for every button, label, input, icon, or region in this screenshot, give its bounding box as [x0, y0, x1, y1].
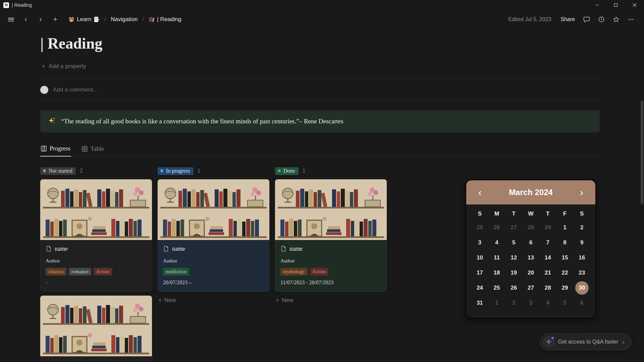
- page-title[interactable]: | Reading: [40, 34, 600, 54]
- add-property-button[interactable]: + Add a property: [40, 62, 88, 71]
- calendar-day-4-adjacent[interactable]: 4: [539, 295, 556, 310]
- calendar-day-7[interactable]: 7: [539, 235, 556, 250]
- calendar-day-24[interactable]: 24: [471, 280, 488, 295]
- status-badge[interactable]: In progress: [158, 167, 194, 175]
- tag-fiction[interactable]: fiction: [94, 268, 112, 276]
- calendar-day-29-adjacent[interactable]: 29: [539, 220, 556, 235]
- tag-classics[interactable]: classics: [46, 268, 66, 276]
- calendar-day-25[interactable]: 25: [488, 280, 505, 295]
- tab-progress[interactable]: Progress: [40, 143, 71, 157]
- calendar-day-27-adjacent[interactable]: 27: [505, 220, 522, 235]
- calendar-day-26[interactable]: 26: [505, 280, 522, 295]
- calendar-day-12[interactable]: 12: [505, 250, 522, 265]
- calendar-day-27[interactable]: 27: [522, 280, 539, 295]
- calendar-day-13[interactable]: 13: [522, 250, 539, 265]
- calendar-day-14[interactable]: 14: [539, 250, 556, 265]
- calendar-day-30[interactable]: 30: [573, 280, 590, 295]
- new-card-button[interactable]: + New: [275, 296, 294, 305]
- calendar-day-23[interactable]: 23: [573, 265, 590, 280]
- calendar-day-4[interactable]: 4: [488, 235, 505, 250]
- tag-romance[interactable]: romance: [69, 268, 92, 276]
- calendar-prev-button[interactable]: ‹: [475, 187, 485, 197]
- favorite-button[interactable]: [610, 14, 622, 25]
- column-header[interactable]: In progress 1: [158, 167, 269, 175]
- calendar-day-15[interactable]: 15: [556, 250, 574, 265]
- add-comment-input[interactable]: Add a comment...: [53, 86, 98, 93]
- book-card[interactable]: name Author mythologyfiction 11/07/2023 …: [275, 179, 387, 292]
- calendar-day-10[interactable]: 10: [471, 250, 488, 265]
- card-name: name: [289, 245, 303, 252]
- calendar-day-1-adjacent[interactable]: 1: [488, 295, 505, 310]
- calendar-day-11[interactable]: 11: [488, 250, 505, 265]
- calendar-day-20[interactable]: 20: [522, 265, 539, 280]
- calendar-day-29[interactable]: 29: [556, 280, 574, 295]
- calendar-day-19[interactable]: 19: [505, 265, 522, 280]
- column-header[interactable]: Not started 2: [40, 167, 152, 175]
- calendar-day-8[interactable]: 8: [556, 235, 574, 250]
- calendar-day-26-adjacent[interactable]: 26: [488, 220, 505, 235]
- calendar-day-18[interactable]: 18: [488, 265, 505, 280]
- close-button[interactable]: [625, 0, 644, 10]
- calendar-day-21[interactable]: 21: [539, 265, 556, 280]
- tag-nonfiction[interactable]: nonfiction: [163, 268, 189, 276]
- calendar-day-1[interactable]: 1: [556, 220, 574, 235]
- calendar-day-2-adjacent[interactable]: 2: [505, 295, 522, 310]
- calendar-day-9[interactable]: 9: [573, 235, 590, 250]
- book-card[interactable]: name Author nonfiction 20/07/2023 –: [158, 179, 269, 292]
- calendar-day-31[interactable]: 31: [471, 295, 488, 310]
- calendar-day-28-adjacent[interactable]: 28: [522, 220, 539, 235]
- column-count: 2: [80, 168, 83, 174]
- tab-table[interactable]: Table: [81, 143, 105, 156]
- tag-fiction[interactable]: fiction: [310, 268, 328, 276]
- titlebar: N | Reading: [0, 0, 644, 10]
- minimize-button[interactable]: [588, 0, 606, 10]
- calendar-day-2[interactable]: 2: [573, 220, 590, 235]
- share-button[interactable]: Share: [558, 15, 578, 24]
- calendar-day-3-adjacent[interactable]: 3: [522, 295, 539, 310]
- quote-callout[interactable]: “The reading of all good books is like a…: [40, 110, 600, 132]
- tab-label: Table: [91, 145, 104, 153]
- qa-banner[interactable]: Get access to Q&A faster ›: [540, 334, 632, 350]
- table-view-icon: [82, 146, 88, 152]
- tag-mythology[interactable]: mythology: [280, 268, 308, 276]
- calendar-day-5-adjacent[interactable]: 5: [556, 295, 574, 310]
- card-name: name: [55, 245, 68, 252]
- status-badge[interactable]: Done: [275, 167, 299, 175]
- book-card[interactable]: [40, 296, 152, 362]
- calendar-day-6[interactable]: 6: [522, 235, 539, 250]
- column-header[interactable]: Done 1: [275, 167, 387, 175]
- new-card-button[interactable]: + New: [158, 296, 176, 305]
- column-done: Done 1 name Author mythologyfiction 11/0…: [275, 167, 387, 362]
- navbar: ‹ › + Learn / Navigation / | Reading Edi…: [0, 10, 644, 29]
- breadcrumb-item-navigation[interactable]: Navigation: [109, 15, 139, 23]
- back-button[interactable]: ‹: [21, 14, 31, 24]
- history-button[interactable]: [596, 14, 607, 25]
- comment-row[interactable]: Add a comment...: [40, 79, 600, 101]
- breadcrumb-item-reading[interactable]: | Reading: [147, 15, 182, 23]
- breadcrumb-item-learn[interactable]: Learn: [67, 15, 101, 23]
- calendar-day-6-adjacent[interactable]: 6: [573, 295, 590, 310]
- more-button[interactable]: [625, 14, 637, 25]
- calendar-header: ‹ March 2024 ›: [466, 180, 595, 204]
- calendar-day-3[interactable]: 3: [471, 235, 488, 250]
- calendar-day-25-adjacent[interactable]: 25: [471, 220, 488, 235]
- dates-property: -: [46, 280, 147, 286]
- new-page-button[interactable]: +: [50, 14, 60, 24]
- calendar-day-22[interactable]: 22: [556, 265, 574, 280]
- comments-button[interactable]: [581, 14, 592, 25]
- book-card[interactable]: name Author classicsromancefiction -: [40, 179, 152, 292]
- calendar-day-5[interactable]: 5: [505, 235, 522, 250]
- genre-tags: nonfiction: [163, 268, 264, 276]
- calendar-day-16[interactable]: 16: [573, 250, 590, 265]
- scrollbar[interactable]: [641, 101, 643, 204]
- calendar-next-button[interactable]: ›: [577, 187, 587, 197]
- forward-button[interactable]: ›: [36, 14, 46, 24]
- maximize-button[interactable]: [606, 0, 625, 10]
- calendar-day-17[interactable]: 17: [471, 265, 488, 280]
- sidebar-toggle-button[interactable]: [6, 14, 16, 24]
- status-label: Done: [283, 168, 295, 174]
- genre-tags: mythologyfiction: [280, 268, 381, 276]
- calendar-day-28[interactable]: 28: [539, 280, 556, 295]
- status-badge[interactable]: Not started: [40, 167, 76, 175]
- chevron-right-icon: ›: [622, 338, 625, 346]
